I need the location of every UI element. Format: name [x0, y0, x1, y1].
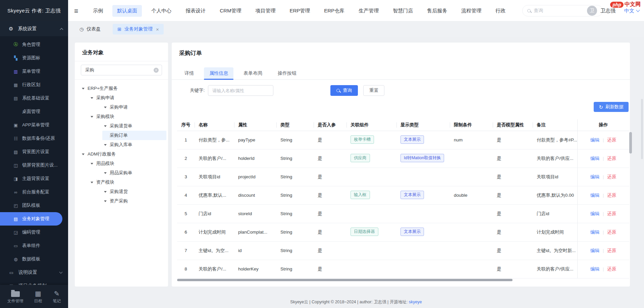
sidebar-item-label: 桌面管理: [22, 109, 40, 115]
sidebar-item[interactable]: ∞ 前台服务配置: [0, 185, 68, 199]
top-menu-item[interactable]: ERP仓库: [319, 5, 349, 17]
restore-link[interactable]: 还原: [607, 266, 616, 271]
edit-link[interactable]: 编辑: [590, 248, 599, 253]
keyword-input[interactable]: [208, 85, 273, 96]
detail-tab[interactable]: 详情: [179, 67, 199, 79]
reset-button[interactable]: 重置: [363, 85, 384, 96]
top-menu-item[interactable]: 默认桌面: [112, 5, 142, 17]
top-menu-item[interactable]: 流程管理: [457, 5, 486, 17]
tree-node[interactable]: 资产采购: [75, 196, 168, 206]
top-menu-item[interactable]: 报表设计: [181, 5, 210, 17]
restore-link[interactable]: 还原: [607, 137, 616, 142]
tab-dashboard[interactable]: ◷ 仪表盘: [75, 24, 105, 35]
sidebar-item[interactable]: ▭ 说明设置: [0, 266, 68, 279]
tab-business-object-management[interactable]: ⊞ 业务对象管理 ×: [113, 24, 164, 35]
detail-tab[interactable]: 属性信息: [204, 67, 233, 79]
tree-node[interactable]: 采购申请: [75, 103, 168, 112]
tree-node[interactable]: 采购退货单: [75, 121, 168, 131]
tree-node[interactable]: 采购申请: [75, 93, 168, 103]
top-menu-item[interactable]: 项目管理: [251, 5, 280, 17]
sidebar-item[interactable]: ▩ 行政区划: [0, 78, 68, 91]
sidebar-item[interactable]: ☷ 数据库备份/还原: [0, 132, 68, 145]
sidebar-item[interactable]: ▥ 菜单管理: [0, 65, 68, 78]
tree-node[interactable]: 采购入库单: [75, 140, 168, 149]
restore-link[interactable]: 还原: [607, 156, 616, 161]
close-icon[interactable]: ×: [156, 27, 159, 32]
cell-name: 计划完成时间: [195, 223, 234, 241]
refresh-data-button[interactable]: ↻ 刷新数据: [594, 102, 629, 112]
edit-link[interactable]: 编辑: [590, 211, 599, 216]
top-menu-item[interactable]: 售后服务: [422, 5, 452, 17]
sidebar-item[interactable]: ▚ 资源图标: [0, 51, 68, 65]
col-attr[interactable]: 属性: [234, 119, 276, 131]
sidebar-item[interactable]: ◲ 编码管理: [0, 226, 68, 239]
top-menu-item[interactable]: 个人中心: [147, 5, 176, 17]
sidebar-item[interactable]: ▧ 背景图片设置: [0, 145, 68, 159]
sidebar-section-system-settings[interactable]: ⚙ 系统设置: [0, 21, 68, 36]
table-horizontal-scrollbar[interactable]: [177, 279, 513, 281]
edit-link[interactable]: 编辑: [590, 137, 599, 142]
sidebar-item[interactable]: ◍ 数据模板: [0, 252, 68, 266]
page-scrollbar[interactable]: [641, 99, 643, 159]
tree-node[interactable]: 用品采购单: [75, 168, 168, 178]
top-menu-item[interactable]: 行政: [491, 5, 510, 17]
detail-tab[interactable]: 操作按钮: [272, 67, 302, 79]
top-menu-item[interactable]: ERP管理: [285, 5, 315, 17]
user-name[interactable]: 卫志强: [600, 8, 615, 14]
watermark-text: 中文网: [625, 1, 641, 8]
table-vertical-scrollbar[interactable]: [629, 132, 632, 153]
top-menu-item[interactable]: CRM管理: [215, 5, 246, 17]
sidebar-item[interactable]: ◨ 主题背景设置: [0, 172, 68, 185]
collapse-sidebar-icon[interactable]: ≡: [74, 7, 78, 14]
tree-node[interactable]: 采购模块: [75, 112, 168, 121]
edit-link[interactable]: 编辑: [590, 156, 599, 161]
restore-link[interactable]: 还原: [607, 174, 616, 179]
sidebar-item[interactable]: ◫ 锁屏背景图片设...: [0, 159, 68, 172]
top-menu-item[interactable]: 生产管理: [354, 5, 383, 17]
tree-node[interactable]: 资产模块: [75, 178, 168, 187]
restore-link[interactable]: 还原: [607, 230, 616, 235]
sidebar-item[interactable]: ◰ 团队模板: [0, 199, 68, 212]
col-action: 操作: [577, 119, 629, 131]
restore-link[interactable]: 还原: [607, 211, 616, 216]
restore-link[interactable]: 还原: [607, 248, 616, 253]
sidebar-item-label: 业务对象管理: [22, 216, 49, 222]
table-header-row: 序号 名称 属性 类型 是否入参 关联组件 显示类型 限制条件 是否模型属性 备…: [177, 119, 629, 131]
avatar[interactable]: 卫: [587, 6, 597, 16]
edit-link[interactable]: 编辑: [590, 193, 599, 198]
query-button[interactable]: 查询: [330, 85, 358, 96]
schedule-button[interactable]: ▦ 日程: [34, 289, 42, 304]
language-dropdown[interactable]: 中文: [624, 8, 639, 14]
sidebar-item-label: 菜单管理: [22, 68, 40, 74]
tree-node[interactable]: ERP+生产服务: [75, 84, 168, 93]
file-manager-button[interactable]: 文件管理: [7, 289, 23, 304]
edit-link[interactable]: 编辑: [590, 174, 599, 179]
edit-link[interactable]: 编辑: [590, 266, 599, 271]
col-name[interactable]: 名称: [195, 119, 234, 131]
sidebar-item[interactable]: ▤ 业务对象管理: [0, 212, 62, 226]
sidebar-item[interactable]: ▤ 系统基础设置: [0, 91, 68, 105]
restore-link[interactable]: 还原: [607, 193, 616, 198]
sidebar-item[interactable]: Ⓐ 角色管理: [0, 38, 68, 51]
tree-node[interactable]: 用品模块: [75, 159, 168, 168]
tree-node[interactable]: ADM行政服务: [75, 149, 168, 159]
sidebar-item[interactable]: ▭ 表单组件: [0, 239, 68, 252]
notes-button[interactable]: ✎ 笔记: [53, 289, 61, 304]
sidebar-item[interactable]: 桌面管理: [0, 105, 68, 118]
cell-component: 输入框: [346, 186, 396, 204]
source-link[interactable]: skyeye: [409, 300, 422, 304]
cell-remark: 关联项目id: [533, 168, 577, 186]
clear-icon[interactable]: ×: [154, 68, 159, 73]
sidebar-item[interactable]: ▣ APP菜单管理: [0, 118, 68, 132]
tree-node[interactable]: 采购订单: [75, 131, 168, 140]
top-menu-item[interactable]: 智慧门店: [388, 5, 418, 17]
top-menu-item[interactable]: 示例: [88, 5, 108, 17]
detail-tab[interactable]: 表单布局: [238, 67, 268, 79]
edit-link[interactable]: 编辑: [590, 230, 599, 235]
tree-node[interactable]: 采购退货: [75, 187, 168, 196]
business-object-icon: ▤: [13, 217, 18, 222]
tab-label: 业务对象管理: [124, 26, 153, 32]
col-in-param[interactable]: 是否入参: [314, 119, 346, 131]
region-icon: ▩: [13, 82, 18, 87]
tree-search-input[interactable]: [81, 65, 162, 75]
